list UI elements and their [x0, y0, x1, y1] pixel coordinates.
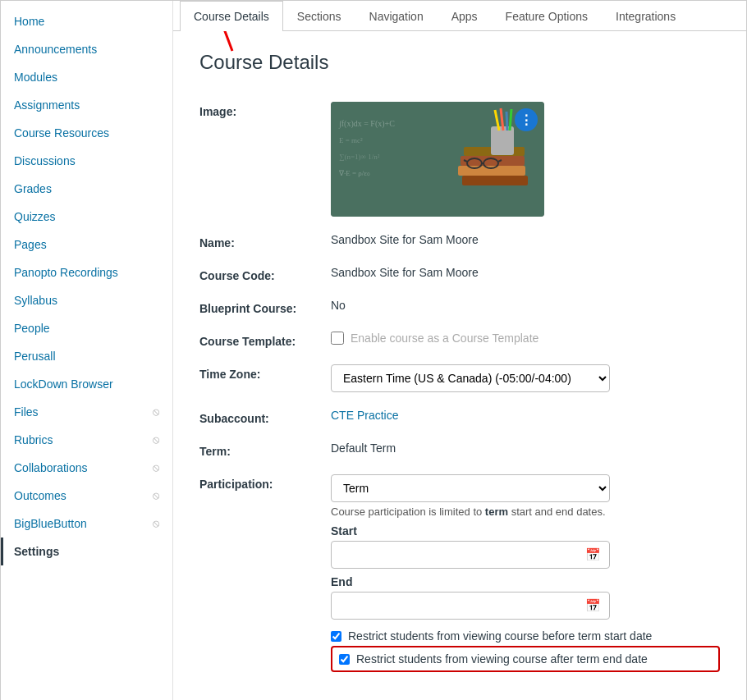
sidebar-item-label: Announcements [14, 43, 97, 56]
start-date-input[interactable]: 📅 [331, 541, 610, 569]
sidebar-item-rubrics[interactable]: Rubrics⦸ [1, 426, 172, 454]
sidebar-item-perusall[interactable]: Perusall [1, 342, 172, 370]
sidebar-item-panopto-recordings[interactable]: Panopto Recordings [1, 258, 172, 286]
tab-course-details[interactable]: Course Details [180, 1, 283, 31]
name-label: Name: [199, 233, 331, 249]
subaccount-link[interactable]: CTE Practice [331, 409, 398, 422]
term-row: Term: Default Term [199, 433, 720, 466]
svg-rect-9 [461, 156, 525, 166]
template-checkbox[interactable] [331, 332, 344, 345]
sidebar-item-label: Settings [14, 545, 59, 558]
sidebar-item-collaborations[interactable]: Collaborations⦸ [1, 454, 172, 482]
image-menu-button[interactable]: ⋮ [515, 108, 538, 131]
end-date-input[interactable]: 📅 [331, 592, 610, 620]
sidebar-item-lockdown-browser[interactable]: LockDown Browser [1, 370, 172, 398]
template-label: Course Template: [199, 332, 331, 348]
sidebar-item-announcements[interactable]: Announcements [1, 35, 172, 63]
name-row: Name: Sandbox Site for Sam Moore [199, 225, 720, 258]
main-content: Course DetailsSectionsNavigationAppsFeat… [173, 1, 746, 700]
eye-slash-icon: ⦸ [153, 405, 159, 419]
subaccount-label: Subaccount: [199, 409, 331, 425]
tab-feature-options[interactable]: Feature Options [492, 1, 602, 31]
sidebar-item-home[interactable]: Home [1, 7, 172, 35]
sidebar-item-modules[interactable]: Modules [1, 63, 172, 91]
timezone-value: Eastern Time (US & Canada) (-05:00/-04:0… [331, 364, 720, 392]
sidebar-item-label: BigBlueButton [14, 517, 87, 530]
sidebar-item-course-resources[interactable]: Course Resources [1, 119, 172, 147]
blueprint-row: Blueprint Course: No [199, 291, 720, 323]
svg-rect-11 [491, 126, 514, 155]
course-image-svg: ∫f(x)dx = F(x)+C E = mc² ∑(n=1)∞ 1/n² ∇·… [331, 102, 544, 217]
sidebar-item-label: Discussions [14, 154, 76, 167]
tab-sections[interactable]: Sections [283, 1, 355, 31]
sidebar-item-bigbluebutton[interactable]: BigBlueButton⦸ [1, 510, 172, 538]
participation-select[interactable]: TermCourseNo Enrollments [331, 474, 610, 502]
template-checkbox-label[interactable]: Enable course as a Course Template [331, 332, 720, 345]
participation-label: Participation: [199, 474, 331, 491]
sidebar-item-label: Quizzes [14, 210, 56, 223]
sidebar-item-label: People [14, 322, 50, 335]
sidebar-item-grades[interactable]: Grades [1, 175, 172, 203]
eye-slash-icon: ⦸ [153, 433, 159, 446]
restrict-before-item: Restrict students from viewing course be… [331, 626, 720, 646]
participation-value: TermCourseNo Enrollments Course particip… [331, 474, 720, 672]
sidebar-item-discussions[interactable]: Discussions [1, 147, 172, 175]
eye-slash-icon: ⦸ [153, 517, 159, 530]
restrict-after-item: Restrict students from viewing course af… [331, 646, 720, 672]
end-label: End [331, 575, 720, 588]
start-date-section: Start 📅 [331, 524, 720, 569]
end-calendar-icon: 📅 [585, 598, 601, 613]
page-title: Course Details [199, 51, 328, 74]
svg-text:∇·E = ρ/ε₀: ∇·E = ρ/ε₀ [338, 169, 370, 177]
sidebar-item-label: Modules [14, 71, 57, 84]
timezone-row: Time Zone: Eastern Time (US & Canada) (-… [199, 356, 720, 400]
form-section: Image: ∫f(x)dx = F(x)+C E = mc² ∑(n=1)∞ … [199, 94, 720, 680]
sidebar-item-pages[interactable]: Pages [1, 231, 172, 258]
sidebar-item-label: Collaborations [14, 461, 88, 474]
svg-line-1 [208, 31, 232, 51]
tab-apps[interactable]: Apps [438, 1, 492, 31]
sidebar: HomeAnnouncementsModulesAssignmentsCours… [1, 1, 173, 700]
start-label: Start [331, 524, 720, 538]
course-code-value: Sandbox Site for Sam Moore [331, 266, 720, 279]
svg-line-14 [506, 112, 507, 130]
svg-text:E = mc²: E = mc² [339, 136, 363, 144]
sidebar-item-settings[interactable]: Settings [1, 538, 172, 565]
tab-navigation[interactable]: Navigation [355, 1, 438, 31]
sidebar-item-label: Course Resources [14, 126, 109, 140]
tabs-bar: Course DetailsSectionsNavigationAppsFeat… [173, 1, 746, 31]
restrict-before-checkbox[interactable] [331, 631, 341, 642]
eye-slash-icon: ⦸ [153, 461, 159, 474]
timezone-select[interactable]: Eastern Time (US & Canada) (-05:00/-04:0… [331, 364, 610, 392]
sidebar-item-quizzes[interactable]: Quizzes [1, 203, 172, 231]
subaccount-row: Subaccount: CTE Practice [199, 400, 720, 433]
svg-rect-7 [462, 176, 528, 185]
sidebar-item-outcomes[interactable]: Outcomes⦸ [1, 482, 172, 510]
sidebar-item-files[interactable]: Files⦸ [1, 398, 172, 426]
sidebar-item-assignments[interactable]: Assignments [1, 91, 172, 119]
term-note: Course participation is limited to term … [331, 506, 720, 518]
template-value: Enable course as a Course Template [331, 332, 720, 345]
sidebar-item-label: Grades [14, 182, 52, 195]
blueprint-label: Blueprint Course: [199, 299, 331, 315]
sidebar-item-label: Syllabus [14, 294, 57, 307]
timezone-label: Time Zone: [199, 364, 331, 381]
restrict-after-checkbox[interactable] [339, 654, 350, 665]
sidebar-item-label: LockDown Browser [14, 377, 113, 391]
sidebar-item-syllabus[interactable]: Syllabus [1, 286, 172, 314]
sidebar-item-label: Files [14, 405, 39, 419]
sidebar-item-label: Rubrics [14, 433, 53, 446]
participation-row: Participation: TermCourseNo Enrollments … [199, 466, 720, 680]
start-calendar-icon: 📅 [585, 547, 601, 562]
tab-integrations[interactable]: Integrations [602, 1, 690, 31]
blueprint-value: No [331, 299, 720, 312]
term-label: Term: [199, 442, 331, 458]
sidebar-item-label: Pages [14, 238, 47, 251]
image-value: ∫f(x)dx = F(x)+C E = mc² ∑(n=1)∞ 1/n² ∇·… [331, 102, 720, 217]
eye-slash-icon: ⦸ [153, 489, 159, 502]
end-date-section: End 📅 [331, 575, 720, 620]
template-row: Course Template: Enable course as a Cour… [199, 323, 720, 356]
sidebar-item-people[interactable]: People [1, 314, 172, 342]
sidebar-item-label: Outcomes [14, 489, 66, 502]
image-row: Image: ∫f(x)dx = F(x)+C E = mc² ∑(n=1)∞ … [199, 94, 720, 225]
